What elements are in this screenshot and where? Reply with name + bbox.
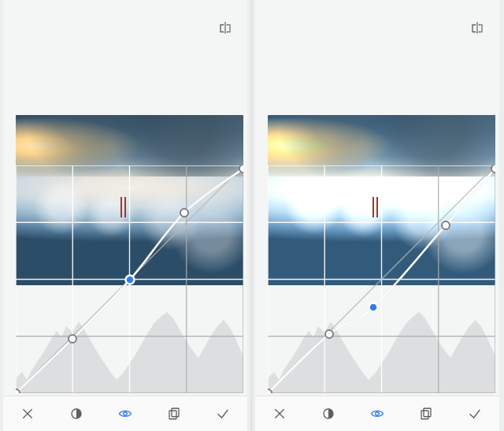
flip-horizontal-icon[interactable]	[217, 20, 233, 36]
svg-point-33	[376, 412, 380, 416]
flip-horizontal-icon[interactable]	[469, 20, 485, 36]
svg-rect-34	[421, 411, 428, 419]
styles-button[interactable]	[161, 400, 187, 427]
bottom-toolbar	[255, 396, 499, 431]
curves-editor[interactable]	[16, 165, 243, 393]
svg-rect-35	[424, 408, 431, 417]
svg-point-15	[124, 412, 128, 416]
contrast-icon	[321, 407, 335, 421]
close-button[interactable]	[266, 400, 293, 427]
editor-screen-right	[255, 0, 499, 431]
close-icon	[20, 407, 35, 421]
svg-rect-16	[169, 411, 176, 419]
close-button[interactable]	[14, 400, 41, 427]
contrast-button[interactable]	[315, 400, 342, 427]
curve-point[interactable]	[69, 335, 76, 343]
contrast-button[interactable]	[63, 400, 90, 427]
curve-point[interactable]	[442, 221, 450, 229]
curves-eye-icon	[117, 407, 134, 421]
cards-icon	[419, 407, 433, 421]
curve-point[interactable]	[126, 276, 135, 284]
styles-button[interactable]	[413, 400, 439, 427]
close-icon	[272, 407, 287, 421]
curves-eye-icon	[369, 407, 386, 421]
apply-button[interactable]	[461, 400, 488, 427]
apply-button[interactable]	[209, 400, 236, 427]
curve-point[interactable]	[239, 165, 243, 173]
curve-point[interactable]	[180, 209, 188, 217]
check-icon	[215, 407, 231, 421]
curve-point[interactable]	[491, 165, 495, 173]
curve-point[interactable]	[369, 303, 378, 312]
curves-button[interactable]	[112, 400, 139, 427]
contrast-icon	[69, 407, 83, 421]
check-icon	[467, 407, 483, 421]
comparison-stage	[0, 0, 504, 431]
panel-divider	[250, 0, 253, 431]
curves-button[interactable]	[364, 400, 391, 427]
bottom-toolbar	[3, 396, 247, 431]
svg-rect-17	[172, 408, 179, 417]
cards-icon	[167, 407, 181, 421]
editor-screen-left	[3, 0, 247, 431]
curve-point[interactable]	[325, 330, 333, 338]
curves-editor[interactable]	[268, 165, 495, 393]
